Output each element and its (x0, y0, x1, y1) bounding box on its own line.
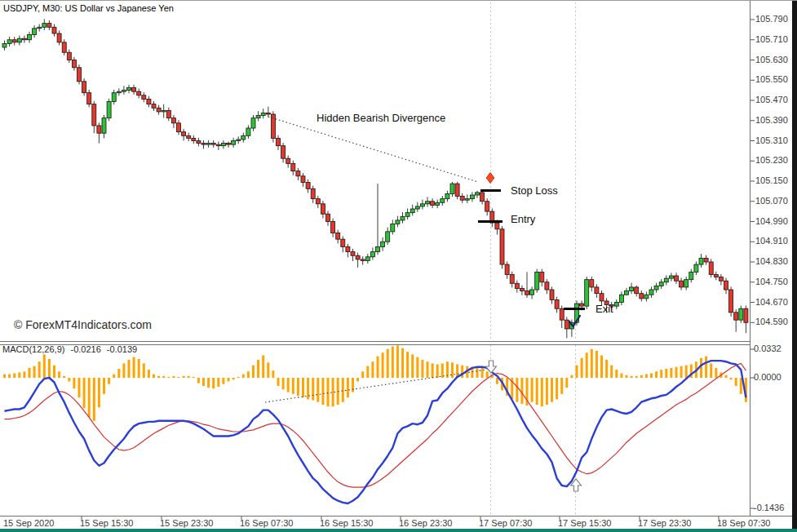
time-tick-label: 18 Sep 07:30 (717, 518, 770, 528)
macd-indicator-label: MACD(12,26,9) -0.0216 -0.0139 (2, 344, 140, 354)
time-tick-label: 15 Sep 15:30 (80, 518, 133, 528)
window-right-edge (792, 1, 797, 532)
macd-signal-value: -0.0139 (107, 344, 137, 354)
price-tick-label: 105.070 (755, 196, 788, 206)
price-tick-label: 105.630 (755, 55, 788, 64)
price-tick-label: 105.790 (755, 14, 788, 24)
stop-loss-label[interactable]: Stop Loss (511, 184, 558, 197)
price-tick-label: 105.310 (755, 135, 788, 145)
macd-value: -0.0216 (70, 344, 100, 354)
entry-label[interactable]: Entry (511, 213, 535, 225)
price-tick-label: 104.590 (755, 317, 788, 326)
chart-canvas[interactable] (0, 1, 797, 532)
macd-tick-label: 0.0000 (754, 372, 782, 382)
time-tick-label: 16 Sep 23:30 (399, 518, 452, 528)
panel-splitter[interactable] (0, 341, 750, 345)
price-scale-separator (750, 1, 751, 516)
price-tick-label: 104.990 (755, 216, 788, 226)
price-tick-label: 104.910 (755, 236, 788, 246)
price-tick-label: 105.470 (755, 95, 788, 104)
time-tick-label: 15 Sep 23:30 (160, 518, 213, 528)
time-tick-label: 17 Sep 07:30 (479, 518, 532, 528)
watermark: © ForexMT4Indicators.com (14, 318, 152, 331)
price-tick-label: 105.230 (755, 155, 788, 165)
price-tick-label: 105.390 (755, 115, 788, 125)
price-tick-label: 104.670 (755, 297, 788, 307)
time-axis-separator (0, 516, 792, 516)
window-bottom-edge (0, 529, 797, 532)
time-tick-label: 17 Sep 23:30 (638, 518, 691, 528)
time-tick-label: 15 Sep 2020 (3, 518, 54, 528)
divergence-annotation-label[interactable]: Hidden Bearish Divergence (317, 112, 445, 124)
time-tick-label: 16 Sep 15:30 (320, 518, 373, 528)
chart-title: USDJPY, M30: US Dollar vs Japanese Yen (3, 3, 174, 13)
price-tick-label: 104.830 (755, 256, 788, 266)
price-tick-label: 105.150 (755, 175, 788, 185)
price-tick-label: 105.710 (755, 34, 788, 44)
time-tick-label: 16 Sep 07:30 (240, 518, 293, 528)
exit-label[interactable]: Exit (596, 303, 613, 315)
mt4-chart-window: USDJPY, M30: US Dollar vs Japanese Yen M… (0, 0, 797, 532)
price-tick-label: 105.550 (755, 74, 788, 84)
price-tick-label: 104.750 (755, 277, 788, 286)
time-tick-label: 17 Sep 15:30 (558, 518, 611, 528)
macd-indicator-name: MACD(12,26,9) (2, 344, 64, 354)
macd-tick-label: -0.1436 (754, 503, 784, 512)
macd-tick-label: 0.0332 (754, 344, 782, 353)
